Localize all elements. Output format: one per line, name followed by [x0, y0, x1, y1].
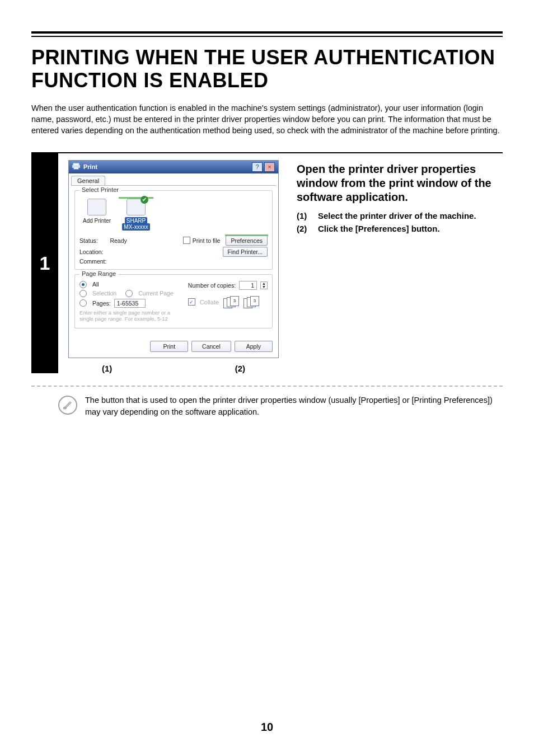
sharp-printer-label: SHARP MX-xxxxx: [122, 218, 149, 230]
sharp-printer-item[interactable]: SHARP MX-xxxxx: [120, 199, 152, 230]
step-body: Print ? × General Select Printer: [58, 153, 503, 374]
radio-current-page: [125, 290, 133, 297]
print-dialog: Print ? × General Select Printer: [68, 160, 279, 359]
print-to-file-row: Print to file Preferences: [183, 236, 268, 246]
add-printer-icon: [87, 199, 106, 215]
instruction-item: (2) Click the [Preferences] button.: [297, 224, 503, 233]
copies-label: Number of copies:: [188, 282, 236, 289]
print-to-file-label: Print to file: [193, 237, 221, 244]
top-rule-heavy: [31, 31, 503, 34]
pages-hint: Enter either a single page number or a s…: [79, 309, 175, 322]
collate-checkbox[interactable]: ✓: [188, 298, 195, 306]
find-printer-button[interactable]: Find Printer...: [223, 247, 268, 257]
sharp-printer-icon: [127, 199, 146, 215]
status-value: Ready: [110, 237, 179, 244]
comment-label: Comment:: [79, 258, 106, 265]
copies-input[interactable]: 1: [239, 281, 257, 290]
select-printer-group: Select Printer Add Printer SHARP: [74, 190, 273, 270]
callout-label-1: (1): [102, 364, 112, 373]
instructions: Open the printer driver properties windo…: [297, 160, 503, 374]
help-window-button[interactable]: ?: [252, 162, 263, 172]
radio-pages-label: Pages:: [92, 300, 111, 307]
page-range-label: Page Range: [79, 270, 118, 277]
radio-selection-label: Selection: [92, 290, 116, 297]
preferences-button[interactable]: Preferences: [226, 236, 268, 246]
callout-label-2: (2): [235, 364, 245, 373]
instruction-text: Click the [Preferences] button.: [318, 224, 440, 233]
close-window-button[interactable]: ×: [264, 162, 275, 172]
dashed-divider: [31, 386, 503, 387]
page-number: 10: [0, 721, 534, 734]
window-controls: ? ×: [252, 162, 275, 172]
radio-all[interactable]: [79, 281, 87, 288]
step-number: 1: [31, 153, 58, 374]
printer-status-grid: Status: Ready Print to file Preferences: [79, 236, 268, 265]
svg-rect-2: [74, 167, 78, 169]
collate-row: ✓ Collate 123 123: [188, 296, 259, 308]
instruction-text: Select the printer driver of the machine…: [318, 211, 476, 220]
tab-general[interactable]: General: [71, 176, 105, 185]
page: PRINTING WHEN THE USER AUTHENTICATION FU…: [0, 0, 534, 756]
cancel-button[interactable]: Cancel: [191, 341, 231, 352]
copies-spinner-icon[interactable]: ▲ ▼: [260, 281, 268, 289]
add-printer-item[interactable]: Add Printer: [81, 199, 113, 230]
select-printer-label: Select Printer: [79, 186, 121, 193]
step-row: 1 Print ? ×: [31, 152, 503, 374]
radio-all-label: All: [92, 281, 99, 288]
callout-labels: (1) (2): [102, 364, 245, 373]
dialog-footer: Print Cancel Apply: [69, 337, 278, 358]
note-row: The button that is used to open the prin…: [31, 395, 503, 417]
collate-icon: 123: [223, 296, 239, 308]
tab-strip: General: [71, 176, 276, 186]
svg-point-3: [64, 407, 67, 409]
copies-column: Number of copies: 1 ▲ ▼ ✓ Collate: [188, 279, 268, 324]
status-label: Status:: [79, 237, 106, 244]
location-label: Location:: [79, 248, 106, 255]
radio-selection-row: Selection Current Page: [79, 290, 188, 297]
radio-selection: [79, 290, 87, 297]
dialog-titlebar: Print ? ×: [69, 161, 278, 173]
page-range-group: Page Range All Selection: [74, 274, 273, 329]
instruction-num: (1): [297, 211, 312, 220]
print-to-file-checkbox[interactable]: [183, 237, 190, 244]
printer-icon: [72, 163, 80, 171]
note-text: The button that is used to open the prin…: [85, 395, 503, 417]
instruction-item: (1) Select the printer driver of the mac…: [297, 211, 503, 220]
add-printer-label: Add Printer: [83, 218, 111, 224]
print-dialog-screenshot: Print ? × General Select Printer: [58, 160, 283, 374]
lead-paragraph: When the user authentication function is…: [31, 102, 503, 137]
dialog-title-text: Print: [83, 163, 97, 170]
dialog-body: Select Printer Add Printer SHARP: [69, 186, 278, 338]
radio-pages[interactable]: [79, 299, 87, 307]
pages-input[interactable]: 1-65535: [114, 299, 146, 308]
instructions-title: Open the printer driver properties windo…: [297, 162, 503, 204]
top-rule-light: [31, 36, 503, 37]
collate-label: Collate: [200, 299, 219, 306]
collate-icon: 123: [243, 296, 259, 308]
copies-row: Number of copies: 1 ▲ ▼: [188, 281, 268, 290]
printer-list: Add Printer SHARP MX-xxxxx: [79, 195, 268, 236]
radio-pages-row[interactable]: Pages: 1-65535: [79, 299, 188, 308]
page-title: PRINTING WHEN THE USER AUTHENTICATION FU…: [31, 46, 503, 92]
radio-all-row[interactable]: All: [79, 281, 188, 288]
instructions-list: (1) Select the printer driver of the mac…: [297, 211, 503, 233]
print-button[interactable]: Print: [150, 341, 188, 352]
note-icon: [58, 396, 77, 415]
instruction-num: (2): [297, 224, 312, 233]
radio-current-page-label: Current Page: [138, 290, 173, 297]
apply-button[interactable]: Apply: [235, 341, 273, 352]
